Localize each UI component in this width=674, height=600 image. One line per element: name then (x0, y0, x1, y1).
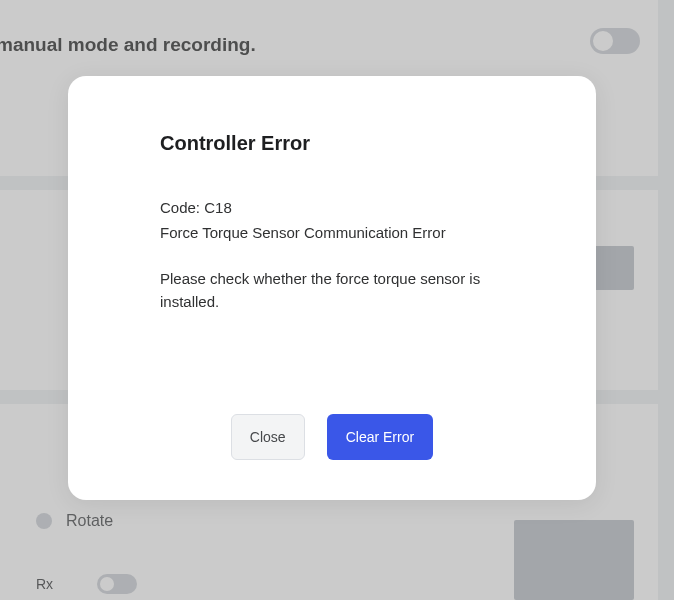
close-button[interactable]: Close (231, 414, 305, 460)
app-viewport: manual mode and recording. Rotate Rx Con… (0, 0, 674, 600)
error-modal: Controller Error Code: C18 Force Torque … (68, 76, 596, 500)
error-code-line: Code: C18 (160, 197, 504, 220)
modal-actions: Close Clear Error (140, 384, 524, 460)
error-description: Please check whether the force torque se… (160, 268, 500, 313)
error-code-prefix: Code: (160, 199, 204, 216)
error-message: Force Torque Sensor Communication Error (160, 222, 504, 245)
modal-title: Controller Error (160, 132, 504, 155)
modal-body: Code: C18 Force Torque Sensor Communicat… (160, 197, 504, 313)
error-code-value: C18 (204, 199, 232, 216)
clear-error-button[interactable]: Clear Error (327, 414, 433, 460)
